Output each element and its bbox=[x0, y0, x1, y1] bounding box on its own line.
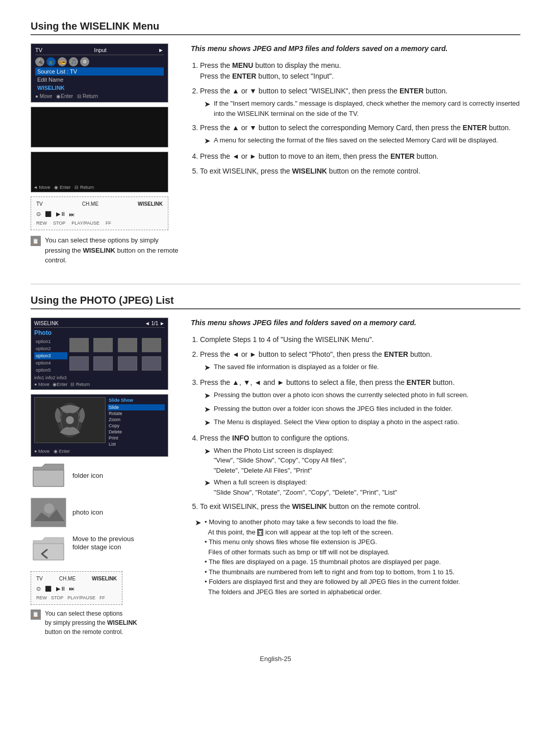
arrow-icon-s2-3: ➤ bbox=[204, 404, 211, 416]
photo-nav-return: ⊟ Return bbox=[70, 382, 90, 387]
section2-step5: To exit WISELINK, press the WISELINK but… bbox=[200, 501, 520, 512]
s2-remote-tv: TV bbox=[36, 576, 43, 581]
photo-sidebar: option1 option2 option3 option4 option5 bbox=[34, 338, 67, 374]
tv-menu-icons: 🔌 📺 📻 🎵 ⚙ bbox=[35, 57, 164, 66]
s2-step3-note1-text: Pressing the button over a photo icon sh… bbox=[214, 390, 468, 400]
photo-list-footer: info1 info2 info3 bbox=[34, 375, 165, 380]
arrow-icon-s2-2: ➤ bbox=[204, 390, 211, 402]
s2-step4-note1: ➤ When the Photo List screen is displaye… bbox=[200, 446, 520, 476]
s2-remote-btn4: ⏭ bbox=[69, 586, 74, 592]
arrow-icon-s2-b1: ➤ bbox=[195, 517, 202, 529]
section2-header: Using the PHOTO (JPEG) List bbox=[31, 295, 520, 309]
section2-step3: Press the ▲, ▼, ◄ and ► buttons to selec… bbox=[200, 377, 520, 429]
remote-btn-circle4: ⏭ bbox=[69, 211, 74, 217]
photo-nav-move: ● Move bbox=[34, 382, 49, 387]
section2-step2: Press the ◄ or ► button to select "Photo… bbox=[200, 349, 520, 374]
photo-header-title: Photo bbox=[34, 329, 165, 336]
section1-step3-note: ➤ A menu for selecting the format of the… bbox=[200, 135, 520, 147]
sidebar-item-2: option2 bbox=[34, 345, 67, 352]
slide-menu-item3: Zoom bbox=[108, 417, 165, 423]
slideshow-nav-move: ● Move bbox=[34, 449, 49, 454]
tv-screen-3: ◄ Move ◉ Enter ⊟ Return bbox=[31, 152, 168, 192]
section1-step4: Press the ◄ or ► button to move to an it… bbox=[200, 151, 520, 162]
tv-nav-move: ● Move bbox=[35, 93, 52, 99]
s2-step3-note3-text: The Menu is displayed. Select the View o… bbox=[214, 417, 459, 427]
s2-step2-note-text: The saved file information is displayed … bbox=[214, 362, 379, 372]
section-photo: Using the PHOTO (JPEG) List WISELINK ◄ 1… bbox=[31, 295, 520, 637]
s2-note-text: You can select these optionsby simply pr… bbox=[45, 609, 137, 637]
tv-icon-4: 🎵 bbox=[69, 57, 78, 66]
section2-steps-list: Complete Steps 1 to 4 of "Using the WISE… bbox=[191, 334, 520, 513]
s2-step4-note2-text: When a full screen is displayed: "Slide … bbox=[214, 477, 397, 497]
loading-icon: ⧗ bbox=[257, 529, 263, 536]
remote-btn-circle1: ⊙ bbox=[36, 211, 41, 217]
tv-nav-enter: ◉Enter bbox=[56, 93, 73, 99]
tv-icon-1: 🔌 bbox=[35, 57, 44, 66]
section2-step1: Complete Steps 1 to 4 of "Using the WISE… bbox=[200, 334, 520, 345]
section1-title: Using the WISELINK Menu bbox=[31, 20, 159, 32]
section1-step3: Press the ▲ or ▼ button to select the co… bbox=[200, 123, 520, 147]
slideshow-content: Slide Show Slide Rotate Zoom Copy Delete… bbox=[34, 397, 165, 447]
arrow-icon-s2-5: ➤ bbox=[204, 446, 211, 457]
remote-label-playpause: PLAY/PAUSE bbox=[71, 221, 99, 226]
s2-note-icon: 📋 bbox=[31, 609, 41, 620]
photo-svg bbox=[31, 498, 66, 527]
section1-body: TV Input ► 🔌 📺 📻 🎵 ⚙ Source List : TV Ed… bbox=[31, 43, 520, 265]
s2-bottom-note1: ➤ • Moving to another photo may take a f… bbox=[191, 517, 520, 597]
page-number: English-25 bbox=[31, 655, 520, 663]
section2-step4: Press the INFO button to configure the o… bbox=[200, 433, 520, 498]
folder-icon-image bbox=[31, 461, 66, 491]
tv-icon-5: ⚙ bbox=[80, 57, 89, 66]
section-wiselink: Using the WISELINK Menu TV Input ► 🔌 📺 📻… bbox=[31, 20, 520, 265]
tv-menu-wiselink: WISELINK bbox=[35, 84, 164, 92]
thumb-6 bbox=[93, 356, 113, 371]
section1-step3-note-text: A menu for selecting the format of the f… bbox=[214, 135, 498, 145]
photo-list-screenshot: WISELINK ◄ 1/1 ► Photo option1 option2 o… bbox=[31, 318, 168, 390]
sidebar-item-4: option4 bbox=[34, 359, 67, 367]
s2-remote-btn2: ⏹ bbox=[44, 583, 53, 594]
s2-step3-note3: ➤ The Menu is displayed. Select the View… bbox=[200, 417, 520, 429]
tv-menu-arrow: ► bbox=[158, 47, 164, 53]
slideshow-sidebar: Slide Show Slide Rotate Zoom Copy Delete… bbox=[108, 397, 165, 447]
sidebar-item-5: option5 bbox=[34, 367, 67, 374]
section1-steps-list: Press the MENU button to display the men… bbox=[191, 60, 520, 177]
s2-remote-buttons: ⊙ ⏹ ▶⏸ ⏭ bbox=[36, 583, 117, 594]
slideshow-screenshot: Slide Show Slide Rotate Zoom Copy Delete… bbox=[31, 394, 168, 457]
remote-label-wiselink: WISELINK bbox=[138, 201, 163, 207]
section1-right: This menu shows JPEG and MP3 files and f… bbox=[191, 43, 520, 265]
sidebar-item-1: option1 bbox=[34, 338, 67, 345]
slide-menu-title: Slide Show bbox=[108, 397, 165, 403]
remote-btn-circle2: ⏹ bbox=[44, 209, 53, 220]
section2-bottom-note: 📋 You can select these optionsby simply … bbox=[31, 609, 137, 637]
s2-remote-wiselink: WISELINK bbox=[92, 576, 117, 581]
tv-icon-2: 📺 bbox=[46, 57, 56, 66]
folder-stage-icon-label: Move to the previous folder stage icon bbox=[72, 534, 134, 551]
slide-menu-item1: Slide bbox=[108, 404, 165, 410]
slideshow-nav-enter: ◉ Enter bbox=[54, 449, 70, 454]
tv-screen-2 bbox=[31, 107, 168, 148]
remote-labels-row: REW STOP PLAY/PAUSE FF bbox=[36, 221, 163, 226]
remote-label-ff: FF bbox=[106, 221, 111, 226]
section2-intro: This menu shows JPEG files and folders s… bbox=[191, 318, 520, 328]
svg-point-5 bbox=[44, 503, 54, 514]
s2-playpause: PLAY/PAUSE bbox=[67, 595, 95, 600]
arrow-icon-s2-1: ➤ bbox=[204, 362, 211, 374]
thumb-4 bbox=[142, 338, 161, 352]
section1-step2: Press the ▲ or ▼ button to select "WISEL… bbox=[200, 86, 520, 118]
tv-s3-return: ⊟ Return bbox=[74, 185, 94, 190]
section1-step2-note-text: If the "Insert memory cards." message is… bbox=[214, 99, 520, 118]
folder-stage-icon-image bbox=[31, 534, 66, 564]
remote-buttons-row: ⊙ ⏹ ▶⏸ ⏭ bbox=[36, 209, 163, 220]
folder-stage-svg bbox=[31, 534, 66, 564]
slide-menu-item7: List bbox=[108, 441, 165, 447]
section1-left: TV Input ► 🔌 📺 📻 🎵 ⚙ Source List : TV Ed… bbox=[31, 43, 179, 265]
photo-header-wiselink: WISELINK bbox=[34, 321, 59, 326]
tv-menu-title-right: Input bbox=[94, 47, 106, 53]
section2-right: This menu shows JPEG files and folders s… bbox=[191, 318, 520, 637]
section1-note-text: You can select these options by simply p… bbox=[45, 235, 179, 265]
section1-bottom-note: 📋 You can select these options by simply… bbox=[31, 235, 179, 265]
tv-menu-title-bar: TV Input ► bbox=[35, 47, 164, 55]
remote-top-labels: TV CH.ME WISELINK bbox=[36, 201, 163, 207]
section1-note-icon: 📋 bbox=[31, 236, 41, 246]
s2-rew: REW bbox=[36, 595, 47, 600]
